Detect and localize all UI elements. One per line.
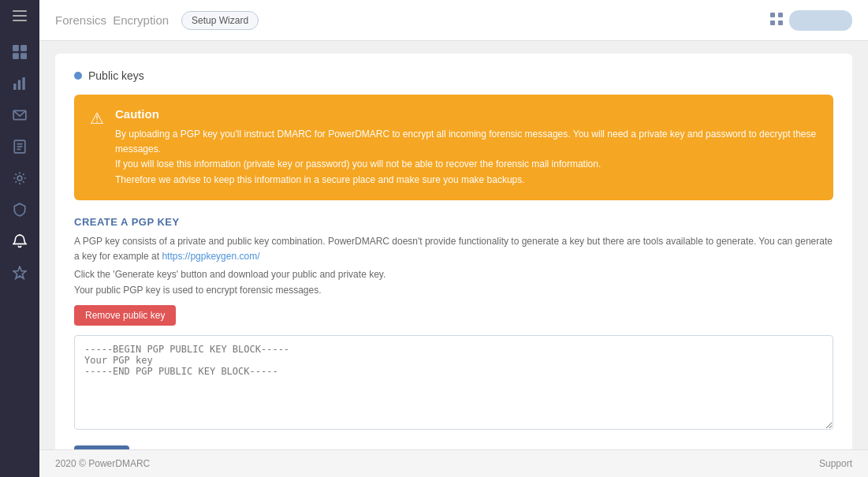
- caution-box: ⚠ Caution By uploading a PGP key you'll …: [74, 95, 833, 200]
- svg-rect-9: [22, 77, 24, 90]
- create-pgp-description: A PGP key consists of a private and publ…: [74, 234, 833, 264]
- main-card: Public keys ⚠ Caution By uploading a PGP…: [55, 54, 852, 449]
- copyright: 2020 © PowerDMARC: [55, 458, 150, 469]
- svg-rect-6: [20, 53, 27, 59]
- footer: 2020 © PowerDMARC Support: [39, 449, 868, 477]
- setup-wizard-button[interactable]: Setup Wizard: [181, 11, 259, 30]
- caution-line3: Therefore we advise to keep this informa…: [115, 173, 818, 188]
- sidebar-item-reports[interactable]: [6, 132, 34, 161]
- svg-rect-5: [13, 53, 19, 59]
- create-pgp-step: Click the 'Generate keys' button and dow…: [74, 269, 833, 280]
- svg-rect-0: [13, 10, 27, 12]
- svg-rect-18: [770, 13, 775, 17]
- support-link[interactable]: Support: [819, 458, 852, 469]
- sidebar-toggle[interactable]: [8, 6, 32, 25]
- app-name: Forensics: [55, 13, 106, 27]
- svg-rect-3: [13, 45, 19, 51]
- main-area: Forensics Encryption Setup Wizard Public…: [39, 0, 868, 477]
- create-pgp-title: CREATE A PGP KEY: [74, 216, 833, 228]
- svg-point-15: [17, 176, 22, 181]
- sidebar-item-dashboard[interactable]: [6, 38, 34, 66]
- svg-rect-21: [778, 20, 783, 25]
- svg-rect-20: [770, 20, 775, 25]
- svg-marker-17: [13, 266, 26, 278]
- sidebar-item-analytics[interactable]: [6, 69, 34, 98]
- pgp-keygen-link[interactable]: https://pgpkeygen.com/: [162, 251, 259, 262]
- create-pgp-note: Your public PGP key is used to encrypt f…: [74, 285, 833, 296]
- breadcrumb: Forensics Encryption: [55, 13, 172, 27]
- caution-line2: If you will lose this information (priva…: [115, 157, 818, 172]
- pgp-key-textarea[interactable]: [74, 335, 833, 430]
- sidebar-item-alerts[interactable]: [6, 227, 34, 255]
- header-right: [770, 10, 852, 31]
- warning-icon: ⚠: [90, 109, 104, 128]
- caution-content: Caution By uploading a PGP key you'll in…: [115, 107, 818, 188]
- remove-public-key-button[interactable]: Remove public key: [74, 305, 176, 326]
- svg-rect-19: [778, 13, 783, 17]
- svg-rect-4: [20, 45, 27, 51]
- svg-rect-1: [13, 15, 27, 17]
- svg-rect-8: [18, 80, 20, 90]
- header: Forensics Encryption Setup Wizard: [39, 0, 868, 41]
- caution-line1: By uploading a PGP key you'll instruct D…: [115, 127, 818, 157]
- caution-title: Caution: [115, 107, 818, 121]
- public-keys-header: Public keys: [74, 69, 833, 82]
- sidebar-item-email[interactable]: [6, 101, 34, 129]
- sidebar-item-settings[interactable]: [6, 164, 34, 192]
- public-keys-dot: [74, 72, 82, 80]
- sidebar: [0, 0, 39, 477]
- svg-rect-7: [13, 84, 16, 90]
- svg-rect-2: [13, 20, 27, 21]
- public-keys-title: Public keys: [88, 69, 144, 82]
- page-title: Encryption: [113, 13, 169, 27]
- sidebar-item-policy[interactable]: [6, 196, 34, 224]
- content-area: Public keys ⚠ Caution By uploading a PGP…: [39, 41, 868, 449]
- grid-icon: [770, 13, 783, 28]
- sidebar-item-star[interactable]: [6, 259, 34, 287]
- user-button[interactable]: [789, 10, 852, 31]
